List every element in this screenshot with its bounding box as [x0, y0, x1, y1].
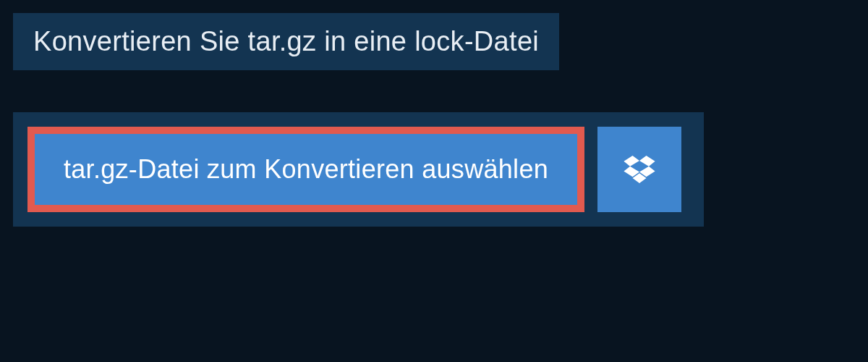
- header-bar: Konvertieren Sie tar.gz in eine lock-Dat…: [13, 13, 559, 70]
- converter-panel: Konvertieren Sie tar.gz in eine lock-Dat…: [0, 0, 868, 227]
- page-title: Konvertieren Sie tar.gz in eine lock-Dat…: [33, 26, 539, 57]
- dropbox-icon: [624, 156, 655, 183]
- select-file-label: tar.gz-Datei zum Konvertieren auswählen: [64, 154, 548, 185]
- select-file-button[interactable]: tar.gz-Datei zum Konvertieren auswählen: [27, 127, 584, 212]
- dropbox-button[interactable]: [597, 127, 681, 212]
- action-row: tar.gz-Datei zum Konvertieren auswählen: [13, 112, 704, 227]
